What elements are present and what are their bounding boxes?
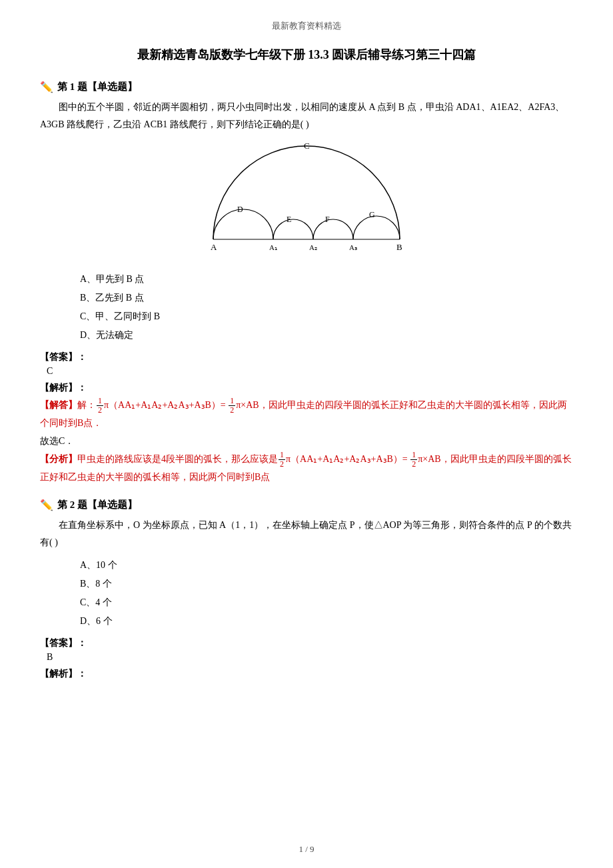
question-1-choices: A、甲先到 B 点 B、乙先到 B 点 C、甲、乙同时到 B D、无法确定 — [80, 270, 573, 345]
svg-text:A₂: A₂ — [309, 243, 317, 251]
svg-text:B: B — [396, 242, 402, 252]
svg-text:C: C — [304, 141, 310, 151]
choice-2b: B、8 个 — [80, 575, 573, 593]
question-1-header: ✏️ 第 1 题 【单选题】 — [40, 81, 573, 93]
pencil-icon-2: ✏️ — [40, 499, 53, 511]
question-1: ✏️ 第 1 题 【单选题】 图中的五个半圆，邻近的两半圆相切，两只小虫同时出发… — [40, 81, 573, 487]
analysis-1-label: 【解析】： — [40, 382, 573, 394]
question-2-choices: A、10 个 B、8 个 C、4 个 D、6 个 — [80, 556, 573, 631]
question-2-answer-section: 【答案】： B — [40, 637, 573, 663]
svg-text:F: F — [325, 215, 330, 224]
page-header: 最新教育资料精选 — [40, 20, 573, 32]
choice-1d: D、无法确定 — [80, 326, 573, 345]
diagram-1: A A₁ A₂ A₃ B C D E F G — [40, 141, 573, 261]
svg-text:G: G — [369, 210, 375, 219]
page-footer: 1 / 9 — [0, 844, 613, 855]
answer-1-value: C — [47, 366, 573, 377]
question-1-body: 图中的五个半圆，邻近的两半圆相切，两只小虫同时出发，以相同的速度从 A 点到 B… — [40, 99, 573, 134]
analysis-1-extra: 【分析】甲虫走的路线应该是4段半圆的弧长，那么应该是12π（AA₁+A₁A₂+A… — [40, 454, 572, 482]
question-2-header: ✏️ 第 2 题 【单选题】 — [40, 499, 573, 511]
svg-text:D: D — [237, 205, 243, 214]
svg-text:A₁: A₁ — [269, 243, 277, 251]
choice-1a: A、甲先到 B 点 — [80, 270, 573, 289]
answer-1-label: 【答案】： — [40, 351, 573, 363]
analysis-1-conclusion: 故选C． — [40, 436, 74, 446]
answer-2-value: B — [47, 652, 573, 663]
question-2-body: 在直角坐标系中，O 为坐标原点，已知 A（1，1），在坐标轴上确定点 P，使△A… — [40, 517, 573, 552]
svg-text:A₃: A₃ — [349, 243, 357, 251]
question-2-analysis: 【解析】： — [40, 668, 573, 680]
analysis-2-label: 【解析】： — [40, 668, 573, 680]
choice-1b: B、乙先到 B 点 — [80, 289, 573, 307]
svg-text:E: E — [287, 215, 291, 224]
choice-2d: D、6 个 — [80, 612, 573, 631]
answer-2-label: 【答案】： — [40, 637, 573, 649]
main-title: 最新精选青岛版数学七年级下册 13.3 圆课后辅导练习第三十四篇 — [40, 45, 573, 65]
question-1-answer-section: 【答案】： C — [40, 351, 573, 377]
choice-1c: C、甲、乙同时到 B — [80, 307, 573, 326]
choice-2a: A、10 个 — [80, 556, 573, 575]
question-2: ✏️ 第 2 题 【单选题】 在直角坐标系中，O 为坐标原点，已知 A（1，1）… — [40, 499, 573, 680]
question-1-analysis: 【解析】： 【解答】解：12π（AA₁+A₁A₂+A₂A₃+A₃B）= 12π×… — [40, 382, 573, 487]
analysis-1-solution: 【解答】解：12π（AA₁+A₁A₂+A₂A₃+A₃B）= 12π×AB，因此甲… — [40, 400, 567, 428]
svg-text:A: A — [211, 242, 217, 252]
pencil-icon-1: ✏️ — [40, 81, 53, 93]
analysis-1-body: 【解答】解：12π（AA₁+A₁A₂+A₂A₃+A₃B）= 12π×AB，因此甲… — [40, 397, 573, 487]
header-text: 最新教育资料精选 — [272, 21, 341, 31]
choice-2c: C、4 个 — [80, 593, 573, 612]
